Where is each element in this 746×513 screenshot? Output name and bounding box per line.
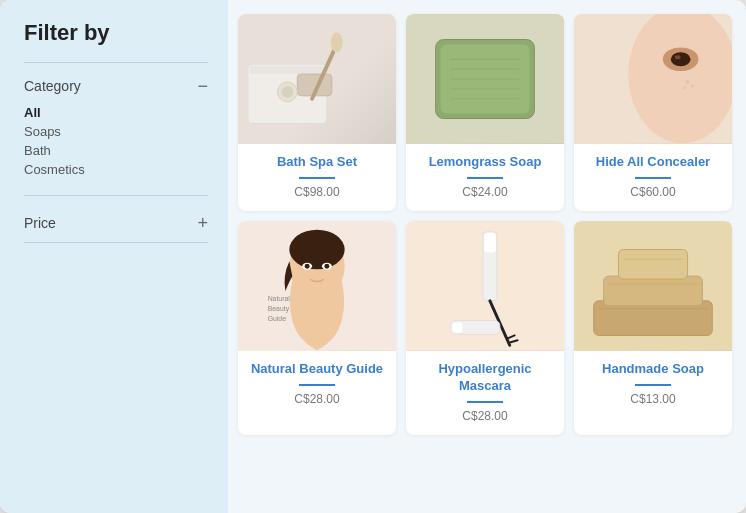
product-card-bath-spa-set[interactable]: Bath Spa Set C$98.00	[238, 14, 396, 211]
product-divider-hide-all-concealer	[635, 177, 671, 179]
product-area: Bath Spa Set C$98.00	[228, 0, 746, 513]
category-section-header: Category −	[24, 77, 208, 95]
svg-text:Guide: Guide	[268, 314, 287, 321]
product-name-hypoallergenic-mascara: Hypoallergenic Mascara	[406, 361, 564, 395]
svg-point-6	[281, 86, 293, 98]
svg-point-20	[686, 80, 690, 84]
product-price-hide-all-concealer: C$60.00	[630, 185, 675, 199]
product-divider-natural-beauty-guide	[299, 384, 335, 386]
sidebar-divider-3	[24, 242, 208, 243]
price-toggle-icon[interactable]: +	[197, 214, 208, 232]
svg-rect-35	[484, 233, 496, 253]
main-container: Filter by Category − All Soaps Bath Cosm…	[0, 0, 746, 513]
svg-rect-1	[250, 66, 325, 74]
svg-point-25	[289, 230, 344, 270]
product-card-handmade-soap[interactable]: Handmade Soap C$13.00	[574, 221, 732, 435]
product-image-hide-all-concealer	[574, 14, 732, 144]
product-grid: Bath Spa Set C$98.00	[238, 14, 732, 435]
product-card-hypoallergenic-mascara[interactable]: Hypoallergenic Mascara C$28.00	[406, 221, 564, 435]
sidebar: Filter by Category − All Soaps Bath Cosm…	[0, 0, 228, 513]
product-name-handmade-soap: Handmade Soap	[596, 361, 710, 378]
product-price-hypoallergenic-mascara: C$28.00	[462, 409, 507, 423]
price-section-header: Price +	[24, 214, 208, 232]
product-price-bath-spa-set: C$98.00	[294, 185, 339, 199]
product-divider-handmade-soap	[635, 384, 671, 386]
product-image-bath-spa-set	[238, 14, 396, 144]
sidebar-divider-2	[24, 195, 208, 196]
sidebar-divider-1	[24, 62, 208, 63]
product-card-natural-beauty-guide[interactable]: Natural Beauty Guide Natural Beauty Guid…	[238, 221, 396, 435]
sidebar-title: Filter by	[24, 20, 208, 46]
svg-rect-46	[618, 249, 687, 279]
product-price-natural-beauty-guide: C$28.00	[294, 392, 339, 406]
svg-point-21	[691, 84, 694, 87]
product-image-natural-beauty-guide: Natural Beauty Guide	[238, 221, 396, 351]
product-card-lemongrass-soap[interactable]: Lemongrass Soap C$24.00	[406, 14, 564, 211]
svg-rect-44	[604, 276, 703, 306]
category-item-all[interactable]: All	[24, 105, 208, 120]
product-name-natural-beauty-guide: Natural Beauty Guide	[245, 361, 389, 378]
product-price-lemongrass-soap: C$24.00	[462, 185, 507, 199]
svg-text:Natural: Natural	[268, 295, 291, 302]
price-label: Price	[24, 215, 56, 231]
svg-point-4	[331, 33, 343, 53]
svg-rect-40	[452, 322, 462, 332]
product-image-hypoallergenic-mascara	[406, 221, 564, 351]
category-list: All Soaps Bath Cosmetics	[24, 105, 208, 181]
svg-point-28	[305, 264, 310, 269]
category-toggle-icon[interactable]: −	[197, 77, 208, 95]
product-name-hide-all-concealer: Hide All Concealer	[590, 154, 716, 171]
svg-point-19	[675, 55, 681, 59]
product-price-handmade-soap: C$13.00	[630, 392, 675, 406]
svg-point-18	[671, 52, 691, 66]
svg-text:Beauty: Beauty	[268, 305, 290, 313]
svg-point-22	[683, 86, 686, 89]
product-image-lemongrass-soap	[406, 14, 564, 144]
category-label: Category	[24, 78, 81, 94]
product-divider-hypoallergenic-mascara	[467, 401, 503, 403]
price-section: Price +	[24, 214, 208, 242]
product-card-hide-all-concealer[interactable]: Hide All Concealer C$60.00	[574, 14, 732, 211]
svg-point-29	[324, 264, 329, 269]
category-item-cosmetics[interactable]: Cosmetics	[24, 162, 208, 177]
product-name-lemongrass-soap: Lemongrass Soap	[423, 154, 548, 171]
product-image-handmade-soap	[574, 221, 732, 351]
category-item-bath[interactable]: Bath	[24, 143, 208, 158]
product-divider-bath-spa-set	[299, 177, 335, 179]
category-item-soaps[interactable]: Soaps	[24, 124, 208, 139]
product-name-bath-spa-set: Bath Spa Set	[271, 154, 363, 171]
product-divider-lemongrass-soap	[467, 177, 503, 179]
